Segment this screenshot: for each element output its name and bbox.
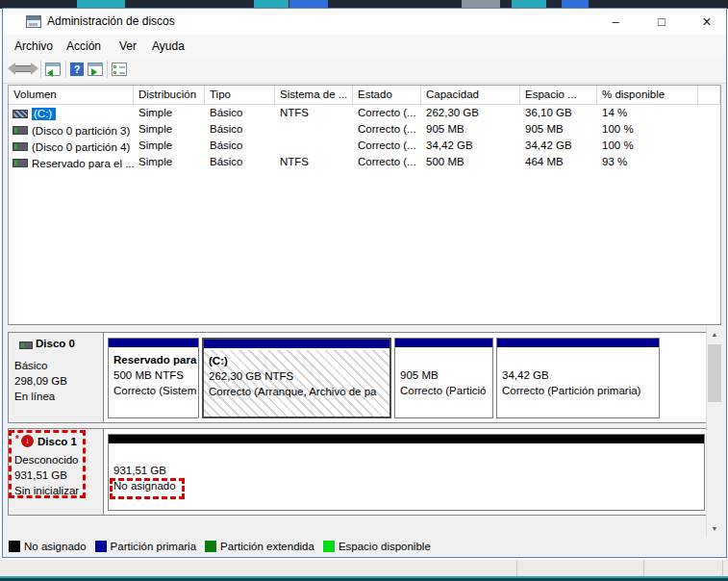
volume-name-selected: (C:) (32, 108, 56, 120)
volume-name: Reservado para el ... (32, 158, 134, 169)
back-icon[interactable] (8, 63, 23, 75)
cell-espacio: 464 MB (520, 154, 597, 170)
cell-sistema (275, 121, 353, 138)
disk-management-window: Administración de discos – □ × Archivo A… (2, 8, 727, 558)
table-row-particion-4[interactable]: (Disco 0 partición 4) Simple Básico Corr… (9, 138, 720, 154)
partition-status: Correcto (Arranque, Archivo de pa (209, 384, 385, 399)
cell-estado: Correcto (... (353, 121, 421, 138)
disk-1-graph: 931,51 GB No asignado (104, 429, 709, 515)
cell-capacidad: 500 MB (421, 154, 520, 170)
background-bottom-strip (0, 559, 728, 581)
table-row-particion-3[interactable]: (Disco 0 partición 3) Simple Básico Corr… (9, 121, 720, 138)
col-tipo[interactable]: Tipo (205, 86, 275, 105)
annotation-no-asignado-highlight (110, 478, 185, 499)
properties-list-icon[interactable] (112, 63, 127, 76)
disk-0-graph: Reservado para 500 MB NTFS Correcto (Sis… (104, 333, 709, 422)
partition-905mb[interactable]: 905 MB Correcto (Partició (394, 338, 493, 418)
legend-label: No asignado (24, 541, 87, 552)
legend-swatch (205, 541, 216, 552)
partition-name (502, 352, 654, 367)
disk-size: 298,09 GB (14, 373, 67, 389)
col-sistema[interactable]: Sistema de ... (275, 86, 353, 105)
toolbar: ? (3, 56, 726, 84)
legend-item-disponible: Espacio disponible (323, 541, 431, 552)
legend-label: Partición extendida (220, 541, 314, 552)
partition-size: 500 MB NTFS (113, 367, 193, 383)
cell-capacidad: 262,30 GB (421, 105, 520, 121)
disk-0-name: Disco 0 (36, 338, 75, 349)
menu-ver[interactable]: Ver (115, 38, 140, 55)
col-disponible[interactable]: % disponible (597, 86, 698, 105)
volume-icon (13, 126, 28, 135)
titlebar[interactable]: Administración de discos – □ × (3, 9, 726, 35)
partition-name (400, 352, 488, 367)
table-row-c[interactable]: (C:) Simple Básico NTFS Correcto (... 26… (9, 105, 720, 121)
partition-reservado[interactable]: Reservado para 500 MB NTFS Correcto (Sis… (108, 338, 199, 418)
disk-0-row: Disco 0 Básico 298,09 GB En línea Reserv… (8, 332, 710, 423)
legend-label: Espacio disponible (339, 541, 431, 552)
table-row-reservado[interactable]: Reservado para el ... Simple Básico NTFS… (9, 154, 720, 170)
disk-1-row: * ↓ Disco 1 Desconocido 931,51 GB Sin in… (8, 428, 710, 516)
minimize-button[interactable]: – (600, 9, 631, 35)
unallocated-status: No asignado (113, 478, 699, 493)
unallocated-space[interactable]: 931,51 GB No asignado (108, 434, 705, 511)
volume-icon (13, 142, 28, 151)
forward-icon[interactable] (23, 63, 38, 75)
cell-tipo: Básico (205, 121, 275, 138)
menu-accion[interactable]: Acción (63, 38, 105, 55)
close-button[interactable]: × (691, 9, 722, 35)
col-espacio[interactable]: Espacio ... (520, 86, 597, 105)
legend-item-no-asignado: No asignado (9, 541, 87, 552)
col-capacidad[interactable]: Capacidad (421, 86, 520, 105)
partition-name: Reservado para (113, 352, 193, 367)
disk-status: En línea (14, 389, 67, 404)
toolbar-separator (65, 61, 66, 78)
cell-disponible: 14 % (597, 105, 698, 121)
volume-name: (Disco 0 partición 3) (32, 125, 130, 137)
maximize-button[interactable]: □ (646, 9, 677, 35)
graph-scrollbar[interactable]: ▲ ▼ (706, 326, 722, 537)
partition-color-bar (204, 340, 389, 350)
partition-size: 905 MB (400, 367, 488, 383)
cell-distribucion: Simple (134, 121, 205, 138)
window-title: Administración de discos (47, 14, 175, 28)
menubar: Archivo Acción Ver Ayuda (3, 35, 726, 56)
partition-34gb[interactable]: 34,42 GB Correcto (Partición primaria) (496, 338, 660, 418)
volume-table-header: Volumen Distribución Tipo Sistema de ...… (9, 86, 720, 105)
scrollbar-thumb[interactable] (708, 344, 721, 402)
disk-0-label[interactable]: Disco 0 Básico 298,09 GB En línea (9, 333, 104, 422)
cell-disponible: 100 % (597, 121, 698, 138)
volume-name: (Disco 0 partición 4) (32, 141, 130, 153)
partition-c[interactable]: (C:) 262,30 GB NTFS Correcto (Arranque, … (202, 338, 391, 418)
menu-archivo[interactable]: Archivo (11, 38, 57, 55)
cell-sistema (275, 138, 353, 154)
cell-disponible: 93 % (597, 154, 698, 170)
help-icon[interactable]: ? (70, 63, 84, 76)
scroll-down-icon[interactable]: ▼ (707, 520, 722, 537)
partition-color-bar (109, 339, 198, 349)
col-distribucion[interactable]: Distribución (134, 86, 205, 105)
annotation-disk1-highlight (9, 430, 86, 498)
action-pane-icon[interactable] (88, 63, 103, 76)
cell-espacio: 36,10 GB (520, 105, 597, 121)
unallocated-color-bar (109, 435, 704, 445)
partition-status: Correcto (Partició (400, 383, 488, 398)
partition-size: 34,42 GB (502, 367, 654, 383)
col-estado[interactable]: Estado (353, 86, 421, 105)
console-tree-icon[interactable] (45, 63, 61, 76)
partition-status: Correcto (Partición primaria) (502, 383, 654, 398)
legend-swatch (9, 541, 20, 552)
menu-ayuda[interactable]: Ayuda (148, 38, 188, 55)
toolbar-separator (107, 61, 108, 78)
cell-distribucion: Simple (134, 154, 205, 170)
pane-divider[interactable] (8, 324, 721, 325)
cell-distribucion: Simple (134, 138, 205, 154)
cell-espacio: 34,42 GB (520, 138, 597, 154)
scroll-up-icon[interactable]: ▲ (707, 326, 722, 342)
legend-item-extendida: Partición extendida (205, 541, 314, 552)
partition-name: (C:) (209, 353, 385, 368)
col-volumen[interactable]: Volumen (9, 86, 134, 105)
disk-icon (19, 341, 33, 349)
partition-size: 262,30 GB NTFS (209, 368, 385, 384)
disk-type: Básico (14, 358, 67, 373)
